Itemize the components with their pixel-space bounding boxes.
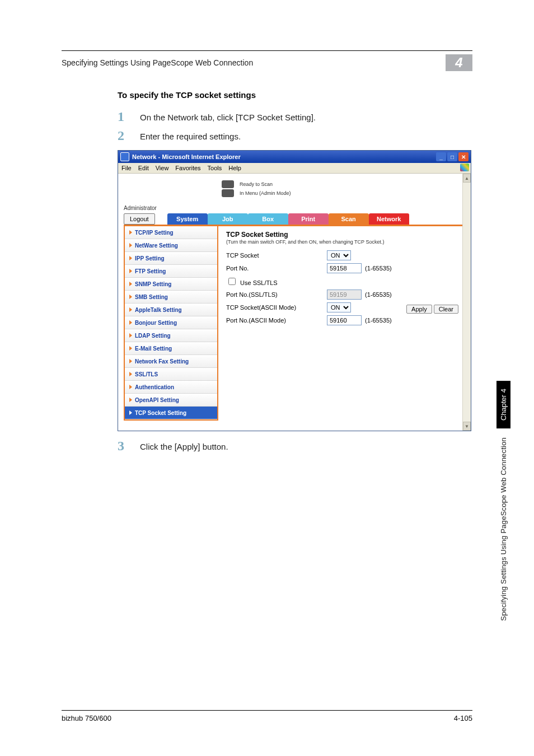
step-number-3: 3 bbox=[118, 439, 130, 452]
sidebar-item-label: E-Mail Setting bbox=[135, 346, 172, 352]
ie-flag-icon bbox=[460, 164, 469, 171]
tab-scan[interactable]: Scan bbox=[329, 213, 369, 225]
section-heading: To specify the TCP socket settings bbox=[118, 90, 472, 100]
sidebar-item-appletalk[interactable]: AppleTalk Setting bbox=[125, 304, 217, 316]
ie-icon bbox=[120, 152, 129, 161]
window-minimize-button[interactable]: _ bbox=[436, 152, 446, 161]
clear-button[interactable]: Clear bbox=[434, 305, 458, 314]
chevron-right-icon bbox=[129, 269, 132, 273]
menu-help[interactable]: Help bbox=[228, 165, 241, 171]
side-chapter-badge: Chapter 4 bbox=[496, 381, 510, 428]
sidebar-item-bonjour[interactable]: Bonjour Setting bbox=[125, 316, 217, 329]
label-port-no: Port No. bbox=[226, 265, 327, 272]
device-icon bbox=[222, 180, 234, 188]
sidebar: TCP/IP Setting NetWare Setting IPP Setti… bbox=[124, 226, 218, 421]
footer-model: bizhub 750/600 bbox=[62, 714, 111, 722]
tab-job[interactable]: Job bbox=[208, 213, 248, 225]
sidebar-item-smb[interactable]: SMB Setting bbox=[125, 291, 217, 304]
input-port-no[interactable] bbox=[327, 263, 362, 273]
scroll-up-icon[interactable]: ▲ bbox=[463, 174, 471, 183]
window-close-button[interactable]: ✕ bbox=[458, 152, 469, 161]
sidebar-item-snmp[interactable]: SNMP Setting bbox=[125, 278, 217, 291]
sidebar-item-ipp[interactable]: IPP Setting bbox=[125, 252, 217, 265]
form-title: TCP Socket Setting bbox=[226, 231, 457, 239]
tab-system[interactable]: System bbox=[167, 213, 208, 225]
sidebar-item-label: TCP/IP Setting bbox=[135, 230, 174, 236]
status-line-2: In Menu (Admin Mode) bbox=[240, 190, 291, 197]
range-label: (1-65535) bbox=[365, 265, 392, 272]
label-port-no-ssl: Port No.(SSL/TLS) bbox=[226, 291, 327, 298]
chevron-right-icon bbox=[129, 230, 132, 235]
menu-view[interactable]: View bbox=[156, 165, 169, 171]
chevron-right-icon bbox=[129, 295, 132, 299]
tab-box[interactable]: Box bbox=[248, 213, 288, 225]
sidebar-item-label: LDAP Setting bbox=[135, 333, 171, 339]
step-text-1: On the Network tab, click [TCP Socket Se… bbox=[140, 110, 316, 122]
sidebar-item-openapi[interactable]: OpenAPI Setting bbox=[125, 394, 217, 407]
menu-edit[interactable]: Edit bbox=[138, 165, 149, 171]
sidebar-item-tcpsocket[interactable]: TCP Socket Setting bbox=[125, 407, 217, 419]
chevron-right-icon bbox=[129, 243, 132, 248]
tab-print[interactable]: Print bbox=[288, 213, 329, 225]
window-maximize-button[interactable]: □ bbox=[447, 152, 457, 161]
sidebar-item-label: IPP Setting bbox=[135, 255, 165, 262]
form-area: TCP Socket Setting (Turn the main switch… bbox=[218, 226, 465, 421]
label-use-ssl: Use SSL/TLS bbox=[240, 279, 278, 286]
sidebar-item-tcpip[interactable]: TCP/IP Setting bbox=[125, 226, 217, 239]
sidebar-item-label: Authentication bbox=[135, 384, 174, 390]
tab-network[interactable]: Network bbox=[369, 213, 409, 225]
sidebar-item-label: Bonjour Setting bbox=[135, 320, 177, 326]
scroll-down-icon[interactable]: ▼ bbox=[463, 422, 471, 431]
device-icon bbox=[222, 189, 234, 197]
step-number-1: 1 bbox=[118, 110, 130, 123]
form-note: (Turn the main switch OFF, and then ON, … bbox=[226, 239, 457, 245]
input-port-no-ascii[interactable] bbox=[327, 315, 362, 325]
sidebar-item-ldap[interactable]: LDAP Setting bbox=[125, 329, 217, 342]
window-titlebar: Network - Microsoft Internet Explorer _ … bbox=[118, 151, 471, 163]
chevron-right-icon bbox=[129, 307, 132, 312]
sidebar-item-email[interactable]: E-Mail Setting bbox=[125, 342, 217, 355]
page-header-title: Specifying Settings Using PageScope Web … bbox=[62, 58, 440, 67]
label-tcp-ascii: TCP Socket(ASCII Mode) bbox=[226, 304, 327, 311]
menu-file[interactable]: File bbox=[121, 165, 132, 171]
chevron-right-icon bbox=[129, 282, 132, 286]
chapter-number-box: 4 bbox=[446, 54, 472, 71]
sidebar-item-label: SSL/TLS bbox=[135, 371, 158, 377]
menu-favorites[interactable]: Favorites bbox=[175, 165, 200, 171]
chevron-right-icon bbox=[129, 372, 132, 376]
sidebar-item-ssltls[interactable]: SSL/TLS bbox=[125, 368, 217, 381]
sidebar-item-label: TCP Socket Setting bbox=[135, 410, 186, 416]
side-vertical-text: Specifying Settings Using PageScope Web … bbox=[499, 437, 508, 621]
step-number-2: 2 bbox=[118, 129, 130, 142]
input-port-no-ssl bbox=[327, 290, 362, 300]
sidebar-item-label: AppleTalk Setting bbox=[135, 307, 182, 313]
administrator-label: Administrator bbox=[124, 205, 465, 211]
label-port-no-ascii: Port No.(ASCII Mode) bbox=[226, 317, 327, 324]
range-label: (1-65535) bbox=[365, 291, 392, 298]
chevron-right-icon bbox=[129, 359, 132, 363]
chevron-right-icon bbox=[129, 256, 132, 260]
ie-menubar: File Edit View Favorites Tools Help bbox=[118, 163, 471, 174]
checkbox-use-ssl[interactable] bbox=[228, 278, 236, 285]
menu-tools[interactable]: Tools bbox=[208, 165, 222, 171]
sidebar-item-netware[interactable]: NetWare Setting bbox=[125, 239, 217, 252]
chevron-right-icon bbox=[129, 333, 132, 338]
sidebar-item-label: SNMP Setting bbox=[135, 281, 171, 287]
chevron-right-icon bbox=[129, 320, 132, 325]
window-title: Network - Microsoft Internet Explorer bbox=[132, 153, 436, 160]
range-label: (1-65535) bbox=[365, 317, 392, 324]
sidebar-item-label: NetWare Setting bbox=[135, 242, 178, 249]
sidebar-item-networkfax[interactable]: Network Fax Setting bbox=[125, 355, 217, 368]
select-tcp-socket[interactable]: ON bbox=[327, 250, 351, 260]
step-text-3: Click the [Apply] button. bbox=[140, 439, 228, 451]
apply-button[interactable]: Apply bbox=[406, 305, 432, 314]
sidebar-item-label: Network Fax Setting bbox=[135, 358, 189, 365]
label-tcp-socket: TCP Socket bbox=[226, 252, 327, 259]
embedded-screenshot: Network - Microsoft Internet Explorer _ … bbox=[118, 150, 471, 431]
sidebar-item-ftp[interactable]: FTP Setting bbox=[125, 265, 217, 278]
sidebar-item-label: OpenAPI Setting bbox=[135, 397, 179, 403]
select-tcp-ascii[interactable]: ON bbox=[327, 302, 351, 312]
logout-button[interactable]: Logout bbox=[124, 213, 155, 225]
footer-page-number: 4-105 bbox=[454, 714, 472, 722]
sidebar-item-auth[interactable]: Authentication bbox=[125, 381, 217, 394]
